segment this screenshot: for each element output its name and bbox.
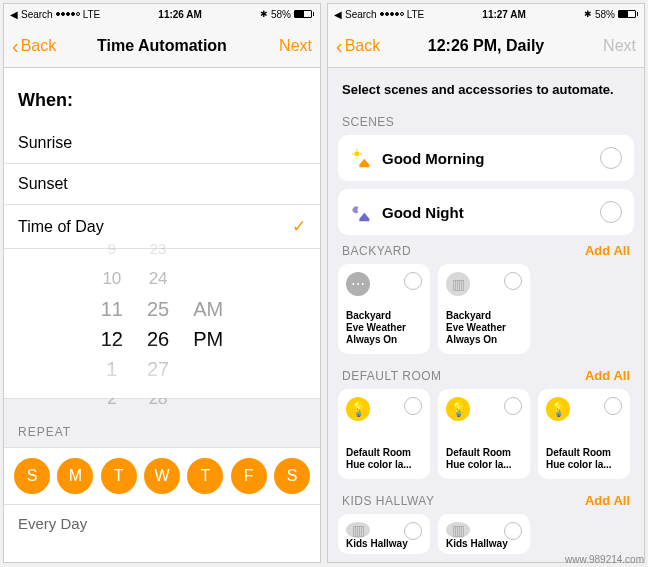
radio-circle-icon [404, 397, 422, 415]
scene-name: Good Night [382, 204, 464, 221]
weather-icon: ⋯ [346, 272, 370, 296]
day-wed[interactable]: W [144, 458, 180, 494]
section-title: BACKYARD [342, 244, 411, 258]
status-time: 11:27 AM [482, 9, 526, 20]
checkmark-icon: ✓ [292, 216, 306, 237]
signal-dots-icon [380, 12, 404, 16]
every-day-row[interactable]: Every Day [4, 505, 320, 542]
day-sun[interactable]: S [14, 458, 50, 494]
day-thu[interactable]: T [187, 458, 223, 494]
accessory-tile[interactable]: ⋯ Backyard Eve Weather Always On [338, 264, 430, 354]
back-to-search-icon: ◀ [10, 9, 18, 20]
battery-pct: 58% [595, 9, 615, 20]
status-bar: ◀ Search LTE 11:26 AM ✱ 58% [4, 4, 320, 24]
tile-label: Backyard Eve Weather Always On [346, 310, 422, 346]
tile-label: Default Room Hue color la... [446, 447, 522, 471]
radio-circle-icon [504, 522, 522, 540]
picker-hour-column[interactable]: 9 10 11 12 1 2 [101, 249, 123, 399]
carrier-label: LTE [407, 9, 425, 20]
section-title: KIDS HALLWAY [342, 494, 434, 508]
battery-icon [618, 10, 638, 18]
day-mon[interactable]: M [57, 458, 93, 494]
picker-ampm-column[interactable]: AM PM [193, 249, 223, 399]
option-label: Sunset [18, 175, 68, 193]
radio-circle-icon [604, 397, 622, 415]
accessory-tile[interactable]: ▥ Backyard Eve Weather Always On [438, 264, 530, 354]
section-default-room-header: DEFAULT ROOM Add All [328, 368, 644, 389]
picker-minute-column[interactable]: 23 24 25 26 27 28 [147, 249, 169, 399]
tile-label: Backyard Eve Weather Always On [446, 310, 522, 346]
when-heading: When: [4, 68, 320, 123]
accessory-tile[interactable]: ▥ Kids Hallway [338, 514, 430, 554]
status-back-label: Search [21, 9, 53, 20]
radio-circle-icon [504, 272, 522, 290]
day-tue[interactable]: T [101, 458, 137, 494]
bulb-icon: 💡 [546, 397, 570, 421]
battery-icon [294, 10, 314, 18]
section-backyard-header: BACKYARD Add All [328, 243, 644, 264]
status-time: 11:26 AM [158, 9, 202, 20]
status-back-label: Search [345, 9, 377, 20]
back-button[interactable]: ‹ Back [336, 36, 380, 56]
nav-bar: ‹ Back 12:26 PM, Daily Next [328, 24, 644, 68]
day-selector: S M T W T F S [4, 448, 320, 505]
radio-circle-icon [404, 522, 422, 540]
svg-point-0 [354, 151, 359, 156]
add-all-button[interactable]: Add All [585, 368, 630, 383]
watermark: www.989214.com [565, 554, 644, 565]
accessory-tile[interactable]: 💡 Default Room Hue color la... [538, 389, 630, 479]
add-all-button[interactable]: Add All [585, 493, 630, 508]
day-fri[interactable]: F [231, 458, 267, 494]
section-title: SCENES [342, 115, 394, 129]
accessory-tile[interactable]: ▥ Kids Hallway [438, 514, 530, 554]
phone-left: ◀ Search LTE 11:26 AM ✱ 58% ‹ Back Ti [3, 3, 321, 563]
option-label: Sunrise [18, 134, 72, 152]
time-picker[interactable]: 9 10 11 12 1 2 23 24 25 26 27 28 AM [4, 249, 320, 399]
scene-good-night[interactable]: Good Night [338, 189, 634, 235]
prompt-text: Select scenes and accessories to automat… [328, 68, 644, 115]
scene-name: Good Morning [382, 150, 484, 167]
signal-dots-icon [56, 12, 80, 16]
scene-good-morning[interactable]: Good Morning [338, 135, 634, 181]
default-room-tiles: 💡 Default Room Hue color la... 💡 Default… [328, 389, 644, 493]
section-title: DEFAULT ROOM [342, 369, 442, 383]
option-sunset[interactable]: Sunset [4, 164, 320, 205]
battery-pct: 58% [271, 9, 291, 20]
back-label: Back [21, 37, 57, 55]
accessory-tile[interactable]: 💡 Default Room Hue color la... [438, 389, 530, 479]
bluetooth-icon: ✱ [584, 9, 592, 19]
moon-house-icon [350, 201, 372, 223]
next-button: Next [603, 37, 636, 55]
sun-house-icon [350, 147, 372, 169]
tile-label: Default Room Hue color la... [346, 447, 422, 471]
next-button[interactable]: Next [279, 37, 312, 55]
phone-right: ◀ Search LTE 11:27 AM ✱ 58% ‹ Back 12 [327, 3, 645, 563]
add-all-button[interactable]: Add All [585, 243, 630, 258]
back-button[interactable]: ‹ Back [12, 36, 56, 56]
radio-circle-icon [504, 397, 522, 415]
carrier-label: LTE [83, 9, 101, 20]
chevron-left-icon: ‹ [336, 36, 343, 56]
section-kids-hallway-header: KIDS HALLWAY Add All [328, 493, 644, 514]
status-bar: ◀ Search LTE 11:27 AM ✱ 58% [328, 4, 644, 24]
accessory-icon: ▥ [446, 522, 470, 538]
accessory-tile[interactable]: 💡 Default Room Hue color la... [338, 389, 430, 479]
radio-circle-icon [404, 272, 422, 290]
nav-bar: ‹ Back Time Automation Next [4, 24, 320, 68]
tile-label: Default Room Hue color la... [546, 447, 622, 471]
section-scenes-header: SCENES [328, 115, 644, 135]
option-label: Time of Day [18, 218, 104, 236]
back-to-search-icon: ◀ [334, 9, 342, 20]
weather-icon: ▥ [446, 272, 470, 296]
chevron-left-icon: ‹ [12, 36, 19, 56]
bulb-icon: 💡 [346, 397, 370, 421]
back-label: Back [345, 37, 381, 55]
accessory-icon: ▥ [346, 522, 370, 538]
bulb-icon: 💡 [446, 397, 470, 421]
radio-circle-icon [600, 147, 622, 169]
bluetooth-icon: ✱ [260, 9, 268, 19]
day-sat[interactable]: S [274, 458, 310, 494]
radio-circle-icon [600, 201, 622, 223]
backyard-tiles: ⋯ Backyard Eve Weather Always On ▥ Backy… [328, 264, 644, 368]
option-sunrise[interactable]: Sunrise [4, 123, 320, 164]
